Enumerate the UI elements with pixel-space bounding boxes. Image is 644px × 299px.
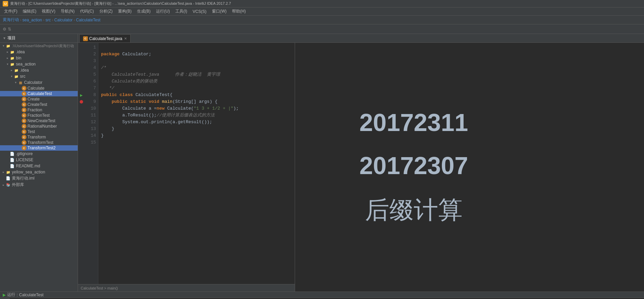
console-tabs: ▶ 运行 : CalculateTest <box>0 292 644 298</box>
code-content: ▶ 12345 678910 1112131415 <box>78 43 295 284</box>
folder-icon: 📁 <box>5 169 11 175</box>
editor-body: ▶ 12345 678910 1112131415 <box>78 43 644 292</box>
menu-item-c[interactable]: 代码(C) <box>77 8 97 15</box>
tree-root[interactable]: ▾ 📁 .\\Users\\user\\IdeaProjects\\黄海行动 <box>0 43 78 49</box>
class-icon: C <box>22 124 26 129</box>
menu-item-u[interactable]: 运行(U) <box>153 8 173 15</box>
tree-gitignore[interactable]: ▸ 📄 .gitignore <box>0 151 78 157</box>
breadcrumb-item-2[interactable]: src <box>45 18 51 22</box>
menu-item-i[interactable]: 工具(I) <box>173 8 190 15</box>
run-icon: ▶ <box>3 293 6 297</box>
tree-fractiontest[interactable]: ▸ C FractionTest <box>0 113 78 118</box>
breadcrumb-item-4[interactable]: CalculateTest <box>76 18 100 22</box>
breadcrumb-item-0[interactable]: 黄海行动 <box>3 17 19 23</box>
file-icon: 📄 <box>9 151 15 156</box>
folder-icon: 📁 <box>14 68 19 73</box>
output-text: 后缀计算 <box>365 194 463 226</box>
tree-rationalnumber[interactable]: ▸ C RationalNumber <box>0 124 78 129</box>
project-tree: ▾ 📁 .\\Users\\user\\IdeaProjects\\黄海行动 ▸… <box>0 43 78 292</box>
tree-test[interactable]: ▸ C Test <box>0 129 78 134</box>
tree-transform[interactable]: ▸ C Transform <box>0 134 78 140</box>
menu-item-v[interactable]: 视图(V) <box>39 8 58 15</box>
tree-idea2[interactable]: ▸ 📁 .idea <box>0 67 78 73</box>
menu-item-n[interactable]: 导航(N) <box>58 8 77 15</box>
tree-create[interactable]: ▸ C Create <box>0 96 78 102</box>
breakpoint-marker <box>80 100 83 104</box>
menu-item-e[interactable]: 编辑(E) <box>20 8 39 15</box>
tree-iml[interactable]: ▸ 📄 黄海行动.iml <box>0 175 78 182</box>
tree-readme[interactable]: ▸ 📄 README.md <box>0 163 78 169</box>
file-icon: 📄 <box>9 157 15 163</box>
tree-bin[interactable]: ▸ 📁 bin <box>0 55 78 61</box>
class-icon: C <box>22 108 26 112</box>
app-icon: IJ <box>3 1 8 6</box>
project-panel-header: ▼ 项目 <box>0 34 78 43</box>
tree-external-libs[interactable]: ▸ 📚 外部库 <box>0 182 78 188</box>
menu-item-w[interactable]: 窗口(W) <box>209 8 229 15</box>
menu-item-h[interactable]: 帮助(H) <box>229 8 249 15</box>
gutter-line-7 <box>78 85 85 92</box>
tree-src[interactable]: ▾ 📁 src <box>0 73 78 79</box>
class-icon: C <box>22 140 26 145</box>
tree-transformtest[interactable]: ▸ C TransformTest <box>0 140 78 145</box>
breadcrumb-sep-1: › <box>43 18 44 22</box>
tree-calculator-pkg[interactable]: ▾ ▦ Calculator <box>0 79 78 86</box>
class-icon: C <box>22 102 26 107</box>
gutter-line-11 <box>78 112 85 119</box>
menu-item-z[interactable]: 分析(Z) <box>97 8 115 15</box>
sort-icon[interactable]: ⇅ <box>8 27 11 32</box>
gutter-line-4 <box>78 64 85 71</box>
line-numbers: 12345 678910 1112131415 <box>85 43 98 284</box>
output-number-1: 20172311 <box>359 108 468 137</box>
tree-newcreatetest[interactable]: ▸ C NewCreateTest <box>0 118 78 124</box>
project-expand-arrow: ▼ <box>3 36 6 40</box>
editor-tab-calculatetest[interactable]: C CalculateTest.java ✕ <box>79 34 131 42</box>
class-icon: C <box>22 135 26 139</box>
menu-item-b[interactable]: 生成(B) <box>134 8 153 15</box>
toolbar: ⚙ ⇅ <box>0 24 644 34</box>
menu-item-vcss[interactable]: VCS(S) <box>190 8 209 15</box>
code-display[interactable]: package Calculator; /* CalculateTest.jav… <box>98 43 295 284</box>
folder-icon: 📁 <box>9 61 15 67</box>
gutter-line-2 <box>78 51 85 58</box>
tree-license[interactable]: ▸ 📄 LICENSE <box>0 157 78 163</box>
project-panel: ▼ 项目 ▾ 📁 .\\Users\\user\\IdeaProjects\\黄… <box>0 34 78 292</box>
breadcrumb-sep-2: › <box>52 18 53 22</box>
tab-close-button[interactable]: ✕ <box>124 37 127 40</box>
breadcrumb-item-1[interactable]: sea_action <box>22 18 42 22</box>
menu-item-b[interactable]: 重构(B) <box>115 8 134 15</box>
title-bar: IJ 黄海行动 - [C:\Users\user\IdeaProjects\黄海… <box>0 0 644 7</box>
tree-yellow-sea[interactable]: ▸ 📁 yellow_sea_action <box>0 169 78 175</box>
gutter-line-6 <box>78 78 85 85</box>
menu-bar: 文件(F)编辑(E)视图(V)导航(N)代码(C)分析(Z)重构(B)生成(B)… <box>0 7 644 16</box>
class-icon: C <box>22 146 26 150</box>
breadcrumb-item-3[interactable]: Calculator <box>54 18 73 22</box>
libs-icon: 📚 <box>5 182 11 188</box>
breadcrumb-bar: 黄海行动 › sea_action › src › Calculator › C… <box>0 16 644 24</box>
tree-createtest[interactable]: ▸ C CreateTest <box>0 102 78 107</box>
folder-icon: 📁 <box>9 55 15 61</box>
folder-icon: 📁 <box>5 43 11 49</box>
class-icon: C <box>22 118 26 123</box>
output-display: 20172311 20172307 后缀计算 <box>295 43 532 292</box>
editor-tabs: C CalculateTest.java ✕ <box>78 34 644 43</box>
class-icon: C <box>22 113 26 118</box>
gutter-line-5 <box>78 71 85 78</box>
tree-fraction[interactable]: ▸ C Fraction <box>0 107 78 113</box>
breadcrumb-sep-3: › <box>74 18 75 22</box>
menu-item-f[interactable]: 文件(F) <box>1 8 20 15</box>
tree-transformtest2[interactable]: ▸ C TransformTest2 <box>0 145 78 151</box>
tree-idea[interactable]: ▸ 📁 .idea <box>0 49 78 55</box>
gutter-line-3 <box>78 58 85 64</box>
settings-icon[interactable]: ⚙ <box>3 27 6 32</box>
package-icon: ▦ <box>18 80 23 85</box>
tree-calculate[interactable]: ▸ C Calculate <box>0 86 78 91</box>
gutter-bp-line-9 <box>78 98 85 105</box>
console-tab-separator: : <box>17 293 18 297</box>
class-icon: C <box>22 86 26 91</box>
tree-calculatetest[interactable]: ▸ C CalculateTest <box>0 91 78 96</box>
iml-icon: 📄 <box>5 176 11 181</box>
bottom-area: ▶ 运行 : CalculateTest ▶ ■ ↺ ⬇ ⤵ 🖨 🗑 ⚙ 📌 "… <box>0 292 644 299</box>
gutter-line-12 <box>78 119 85 126</box>
tree-sea-action[interactable]: ▾ 📁 sea_action <box>0 61 78 67</box>
